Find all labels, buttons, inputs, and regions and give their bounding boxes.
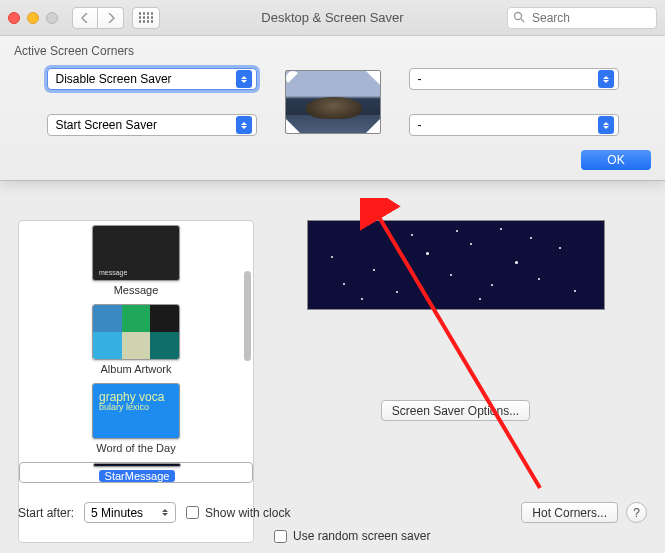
hot-corners-button[interactable]: Hot Corners... <box>521 502 618 523</box>
zoom-window-button <box>46 12 58 24</box>
corner-bottom-right-value: - <box>418 118 422 132</box>
show-all-button[interactable] <box>132 7 160 29</box>
corner-top-left-value: Disable Screen Saver <box>56 72 172 86</box>
album-thumb <box>92 304 180 360</box>
back-button[interactable] <box>72 7 98 29</box>
list-item[interactable]: Album Artwork <box>19 304 253 375</box>
chevron-updown-icon <box>236 70 252 88</box>
titlebar: Desktop & Screen Saver <box>0 0 665 36</box>
hot-corners-sheet: Active Screen Corners Disable Screen Sav… <box>0 36 665 181</box>
show-with-clock-label: Show with clock <box>205 506 290 520</box>
ok-button[interactable]: OK <box>581 150 651 170</box>
scrollbar-thumb[interactable] <box>244 271 251 361</box>
show-with-clock-input[interactable] <box>186 506 199 519</box>
help-button[interactable]: ? <box>626 502 647 523</box>
close-window-button[interactable] <box>8 12 20 24</box>
show-with-clock-checkbox[interactable]: Show with clock <box>186 506 290 520</box>
start-after-label: Start after: <box>18 506 74 520</box>
list-item-label: StarMessage <box>99 470 176 482</box>
list-item[interactable]: StarMessage <box>19 462 253 483</box>
corners-preview-thumb <box>285 70 381 134</box>
svg-line-1 <box>521 19 524 22</box>
start-after-value: 5 Minutes <box>91 506 143 520</box>
corner-top-right-select[interactable]: - <box>409 68 619 90</box>
list-item[interactable]: graphy vocabulary lexico Word of the Day <box>19 383 253 454</box>
forward-button[interactable] <box>98 7 124 29</box>
search-field-wrap <box>507 7 657 29</box>
minimize-window-button[interactable] <box>27 12 39 24</box>
screensaver-list[interactable]: message Message Album Artwork graphy voc… <box>18 220 254 543</box>
sheet-header: Active Screen Corners <box>14 44 651 58</box>
screensaver-preview <box>307 220 605 310</box>
search-icon <box>513 11 525 26</box>
chevron-updown-icon <box>159 509 171 516</box>
random-saver-checkbox[interactable]: Use random screen saver <box>274 529 430 543</box>
star-thumb <box>93 463 181 467</box>
corner-top-left-select[interactable]: Disable Screen Saver <box>47 68 257 90</box>
search-input[interactable] <box>507 7 657 29</box>
window-controls <box>8 12 58 24</box>
corner-bottom-right-select[interactable]: - <box>409 114 619 136</box>
scrollbar[interactable] <box>242 221 252 542</box>
nav-buttons <box>72 7 124 29</box>
list-item-label: Album Artwork <box>101 363 172 375</box>
chevron-updown-icon <box>598 70 614 88</box>
corner-bottom-left-value: Start Screen Saver <box>56 118 157 132</box>
bottom-controls: Start after: 5 Minutes Show with clock H… <box>18 502 647 543</box>
corner-bottom-left-select[interactable]: Start Screen Saver <box>47 114 257 136</box>
message-thumb: message <box>92 225 180 281</box>
random-saver-input[interactable] <box>274 530 287 543</box>
list-item[interactable]: message Message <box>19 225 253 296</box>
start-after-select[interactable]: 5 Minutes <box>84 502 176 523</box>
svg-point-0 <box>515 12 522 19</box>
chevron-updown-icon <box>236 116 252 134</box>
corner-indicator-tr-icon <box>366 71 380 85</box>
corner-indicator-tl-icon <box>286 71 300 85</box>
corner-top-right-value: - <box>418 72 422 86</box>
list-item-label: Word of the Day <box>96 442 175 454</box>
corner-indicator-bl-icon <box>286 119 300 133</box>
list-item-label: Message <box>114 284 159 296</box>
screen-saver-options-button[interactable]: Screen Saver Options... <box>381 400 530 421</box>
word-thumb: graphy vocabulary lexico <box>92 383 180 439</box>
chevron-updown-icon <box>598 116 614 134</box>
corner-indicator-br-icon <box>366 119 380 133</box>
random-saver-label: Use random screen saver <box>293 529 430 543</box>
preview-pane: Screen Saver Options... <box>264 220 647 543</box>
